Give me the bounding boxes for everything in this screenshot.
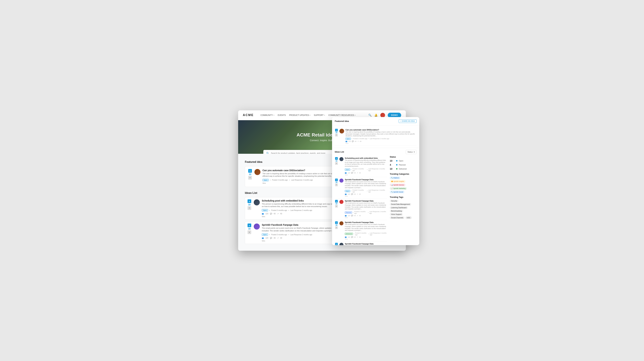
modal-idea-meta: Open •Posted 3 months ago •Last Response… (345, 189, 387, 193)
vote-up-button[interactable]: ▲ (248, 224, 251, 227)
modal-idea-type: Idea (345, 217, 387, 218)
vote-box: ▲ 30 ▼ (247, 199, 252, 210)
comments-icon: 💬 (270, 213, 272, 214)
modal-status: Delivered (345, 233, 353, 235)
modal-ideas-list-title: Ideas List (335, 151, 344, 153)
modal-vote-down[interactable]: ▼ (335, 226, 338, 229)
dot-separator: • (270, 179, 271, 181)
modal-idea-title: Sprinklr Facebook Fanpage Data (345, 243, 387, 245)
modal-tag-security[interactable]: Security (390, 200, 398, 202)
modal-two-col: ▲ 30 ▼ Scheduling post with embedded lin… (335, 156, 416, 245)
modal-right-col: Status 10 Open 4 Planned 10 (390, 156, 416, 245)
modal-vote-count: 30 (336, 182, 338, 184)
modal-planned-count: 4 (390, 164, 395, 166)
modal-vote-box: ▲ 30 ▼ (335, 243, 338, 245)
modal-vote-up[interactable]: ▲ (335, 243, 338, 245)
modal-category-tags: 🔧 Platform 🔶 Sprinklr Insights 📊 Sprinkl… (390, 176, 416, 193)
modal-vote-box: ▲ 30 ▼ (335, 129, 338, 144)
modal-vote-up[interactable]: ▲ (335, 157, 338, 160)
dot-separator: • (289, 179, 290, 181)
modal-cat-platform[interactable]: 🔧 Platform (390, 176, 400, 179)
vote-up-button[interactable]: ▲ (248, 169, 252, 173)
modal-cat-service[interactable]: 📊 Sprinklr Service (390, 184, 405, 186)
share-idea-button[interactable]: + SHARE AN IDEA (399, 120, 416, 123)
search-icon[interactable]: 🔍 (368, 114, 372, 117)
nav-item-community[interactable]: COMMUNITY ▾ (260, 114, 274, 116)
dot (396, 160, 398, 162)
status-badge: Open (262, 179, 269, 181)
modal-tag-social-channels[interactable]: Social Channels (390, 216, 404, 219)
modal-vote-down[interactable]: ▼ (335, 162, 338, 165)
modal-categories-section: Trending Categories 🔧 Platform 🔶 Sprinkl… (390, 173, 416, 193)
modal-avatar (340, 157, 344, 161)
modal-vote-down[interactable]: ▼ (335, 205, 338, 208)
modal-open-count: 10 (390, 160, 395, 162)
last-response: Last Response 2 months ago (291, 179, 313, 181)
modal-idea-desc: The email points out a post count error … (345, 224, 387, 232)
modal-idea-title: Scheduling post with embedded links (345, 157, 387, 159)
modal-avatar (340, 200, 344, 204)
modal-vote-up[interactable]: ▲ (335, 221, 338, 224)
modal-idea-content: Sprinklr Facebook Fanpage Data The email… (345, 243, 387, 245)
modal-tag-ugc[interactable]: UGC (405, 216, 412, 219)
modal-delivered-count: 10 (390, 168, 395, 170)
hero-subtitle: Connect. Inspire. Build. (310, 139, 334, 142)
bell-icon[interactable]: 🔔 (374, 114, 378, 117)
modal-tag-voice[interactable]: Voice Support (390, 213, 403, 216)
modal-featured-item: ▲ 30 ▼ Can you automate case DISSociatio… (335, 128, 416, 146)
modal-tag-benchmarking[interactable]: Benchmarking (390, 210, 403, 212)
nav-item-product-updates[interactable]: PRODUCT UPDATES ▾ (289, 114, 310, 116)
status-badge: Open (262, 234, 268, 236)
modal-list-item: ▲ 30 ▼ Sprinklr Facebook Fanpage Data Th… (335, 220, 387, 242)
modal-stats: 👥123 💬43 ↗43 (345, 215, 387, 216)
modal-header-title: Featured idea (335, 120, 349, 122)
modal-idea-meta: Planned •Posted 3 months ago •Last Respo… (345, 211, 387, 214)
vote-down-button[interactable]: ▼ (248, 230, 251, 234)
search-icon: 🔍 (266, 152, 270, 154)
comments-icon: 💬 (352, 140, 354, 142)
nav-item-support[interactable]: SUPPORT ▾ (314, 114, 325, 116)
modal-body[interactable]: Ideas List Status ▾ ▲ 30 ▼ (332, 148, 419, 245)
modal-last-response: Last Response 2 months ago (370, 138, 389, 140)
modal-vote-down[interactable]: ▼ (335, 134, 338, 136)
dot-separator: • (269, 234, 270, 236)
vote-box: ▲ 30 ▼ (247, 224, 252, 234)
shares-icon: ↗ (358, 140, 359, 142)
modal-featured-content: Can you automate case DISSociation? The … (346, 129, 416, 144)
comments-icon: 💬 (270, 237, 272, 239)
modal-featured-avatar (340, 129, 344, 134)
followers-count: 123 (266, 213, 268, 214)
modal-idea-content: Scheduling post with embedded links The … (345, 157, 387, 176)
modal-idea-meta: Open •Posted 3 months ago •Last Response… (345, 168, 387, 171)
nav-item-events[interactable]: EVENTS (278, 114, 286, 116)
vote-down-button[interactable]: ▼ (248, 206, 251, 210)
modal-cat-marketing[interactable]: 📈 Sprinklr Marketing (390, 187, 407, 190)
modal-tag-social-data[interactable]: Social Data Management (390, 203, 411, 206)
vote-down-button[interactable]: ▼ (248, 176, 252, 180)
modal-vote-box: ▲ 30 ▼ (335, 221, 338, 240)
modal-idea-type: Idea (345, 238, 387, 240)
modal-categories-title: Trending Categories (390, 173, 416, 175)
modal-tag-listening[interactable]: Listening Dashboard (390, 206, 408, 209)
modal-idea-type: Idea (346, 142, 416, 144)
modal-vote-up[interactable]: ▲ (335, 178, 338, 181)
modal-vote-up[interactable]: ▲ (335, 129, 338, 132)
modal-status-filter[interactable]: Status ▾ (406, 150, 416, 154)
posted-date: Posted 3 months ago (271, 234, 287, 236)
avatar[interactable] (380, 113, 385, 118)
modal-vote-down[interactable]: ▼ (335, 184, 338, 186)
modal-cat-insights[interactable]: 🔶 Sprinklr Insights (390, 180, 406, 183)
modal-cat-social[interactable]: 🔧 Sprinklr Social (390, 191, 404, 193)
modal-idea-desc: The email points out a post count error … (345, 181, 387, 189)
modal-stats: 👥123 💬43 ↗43 (345, 236, 387, 238)
nav-item-community-resources[interactable]: COMMUNITY RESOURCES ▾ (328, 114, 356, 116)
shares-icon: ↗ (277, 237, 278, 239)
modal-idea-meta: Delivered •Posted 3 months ago •Last Res… (345, 232, 387, 236)
modal-vote-count: 30 (336, 132, 338, 134)
comments-count: 43 (274, 213, 276, 214)
modal-idea-content: Sprinklr Facebook Fanpage Data The email… (345, 221, 387, 240)
dot-separator: • (288, 234, 289, 236)
vote-up-button[interactable]: ▲ (248, 199, 251, 203)
dot (396, 168, 398, 170)
modal-vote-up[interactable]: ▲ (335, 200, 338, 202)
